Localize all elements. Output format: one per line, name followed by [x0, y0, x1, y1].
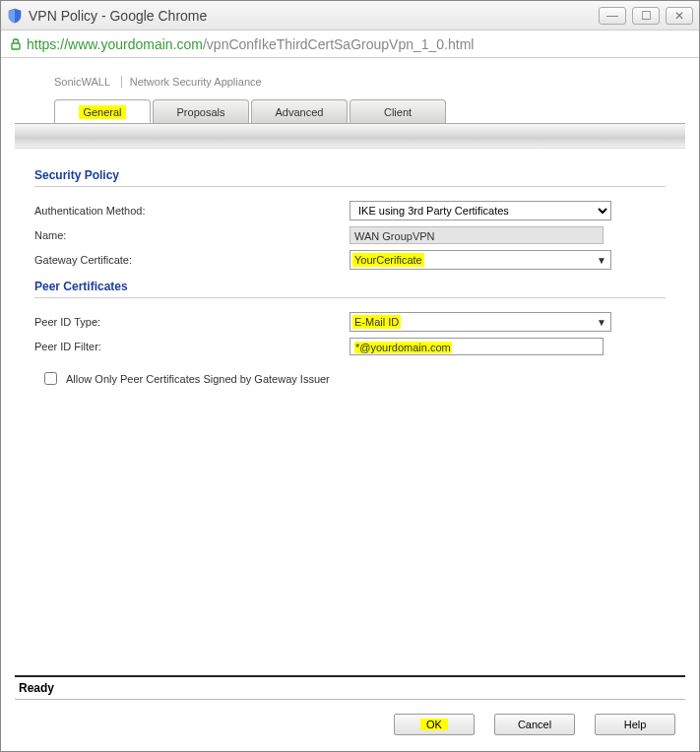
- row-allow-only: Allow Only Peer Certificates Signed by G…: [40, 369, 660, 388]
- lock-icon: [9, 37, 23, 51]
- close-button[interactable]: ✕: [666, 7, 693, 25]
- peer-id-type-select[interactable]: E-Mail ID ▼: [350, 312, 611, 332]
- tab-general-label: General: [79, 105, 125, 119]
- help-button-label: Help: [624, 719, 647, 730]
- tab-client-label: Client: [384, 106, 412, 118]
- breadcrumb-brand: SonicWALL: [54, 76, 110, 88]
- address-bar: https://www.yourdomain.com/vpnConfIkeThi…: [1, 31, 699, 58]
- allow-only-checkbox[interactable]: [44, 372, 57, 385]
- tab-client[interactable]: Client: [350, 99, 446, 123]
- auth-method-select[interactable]: IKE using 3rd Party Certificates: [350, 201, 611, 220]
- status-bar: Ready: [15, 675, 685, 700]
- peer-id-type-value: E-Mail ID: [352, 315, 401, 329]
- section-peer-certificates: Peer Certificates: [34, 280, 666, 298]
- window-titlebar: VPN Policy - Google Chrome — ☐ ✕: [1, 1, 699, 31]
- row-peer-id-filter: Peer ID Filter: *@yourdomain.com: [34, 338, 666, 355]
- peer-id-filter-label: Peer ID Filter:: [34, 341, 350, 352]
- status-area: Ready: [15, 675, 685, 700]
- tab-advanced-label: Advanced: [276, 106, 324, 118]
- peer-id-type-label: Peer ID Type:: [34, 316, 350, 328]
- gateway-cert-value: YourCerificate: [352, 253, 424, 267]
- peer-id-filter-input[interactable]: *@yourdomain.com: [350, 338, 604, 355]
- tab-proposals-label: Proposals: [177, 106, 225, 118]
- cancel-button-label: Cancel: [518, 719, 551, 730]
- url-path: /vpnConfIkeThirdCertSaGroupVpn_1_0.html: [203, 36, 474, 52]
- row-gateway-cert: Gateway Certificate: YourCerificate ▼: [34, 250, 666, 270]
- window-controls: — ☐ ✕: [599, 7, 693, 25]
- tab-bar: General Proposals Advanced Client: [54, 99, 685, 123]
- ok-button-label: OK: [420, 719, 448, 730]
- breadcrumb-product: Network Security Appliance: [121, 76, 262, 88]
- tab-proposals[interactable]: Proposals: [153, 99, 249, 123]
- tabstrip-band: [15, 123, 685, 149]
- gateway-cert-label: Gateway Certificate:: [34, 254, 350, 266]
- svg-rect-0: [12, 43, 20, 49]
- gateway-cert-select[interactable]: YourCerificate ▼: [350, 250, 611, 270]
- minimize-button[interactable]: —: [599, 7, 626, 25]
- allow-only-label: Allow Only Peer Certificates Signed by G…: [66, 373, 330, 385]
- maximize-button[interactable]: ☐: [632, 7, 660, 25]
- page-content: SonicWALL Network Security Appliance Gen…: [1, 58, 699, 388]
- name-label: Name:: [34, 229, 350, 241]
- row-auth-method: Authentication Method: IKE using 3rd Par…: [34, 201, 666, 220]
- app-icon: [7, 8, 23, 24]
- cancel-button[interactable]: Cancel: [494, 714, 575, 735]
- ok-button[interactable]: OK: [394, 714, 475, 735]
- url-domain: https://www.yourdomain.com: [27, 36, 203, 52]
- window-title: VPN Policy - Google Chrome: [29, 8, 599, 24]
- peer-id-filter-value: *@yourdomain.com: [354, 342, 452, 353]
- auth-method-label: Authentication Method:: [34, 205, 350, 217]
- breadcrumb: SonicWALL Network Security Appliance: [54, 76, 685, 88]
- row-peer-id-type: Peer ID Type: E-Mail ID ▼: [34, 312, 666, 332]
- chevron-down-icon: ▼: [597, 317, 606, 328]
- section-security-policy: Security Policy: [34, 168, 666, 187]
- name-value: WAN GroupVPN: [350, 226, 604, 244]
- help-button[interactable]: Help: [595, 714, 675, 735]
- button-bar: OK Cancel Help: [394, 714, 675, 735]
- tab-general[interactable]: General: [54, 99, 151, 123]
- row-name: Name: WAN GroupVPN: [34, 226, 666, 244]
- tab-advanced[interactable]: Advanced: [251, 99, 348, 123]
- chevron-down-icon: ▼: [597, 255, 606, 266]
